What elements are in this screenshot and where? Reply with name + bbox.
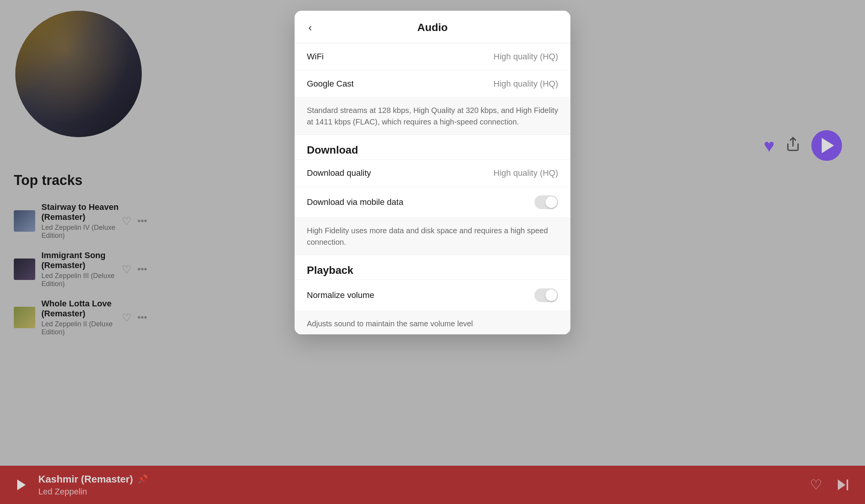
wifi-settings-row[interactable]: WiFi High quality (HQ) [295,43,570,70]
download-section-header: Download [295,135,570,160]
download-section-title: Download [307,144,358,156]
download-description: High Fidelity uses more data and disk sp… [295,218,570,255]
download-mobile-row: Download via mobile data [295,187,570,218]
modal-body: WiFi High quality (HQ) Google Cast High … [295,43,570,334]
wifi-label: WiFi [307,52,324,62]
normalize-volume-row: Normalize volume [295,280,570,311]
modal-back-button[interactable]: ‹ [307,20,313,35]
normalize-description: Adjusts sound to maintain the same volum… [295,311,570,334]
download-quality-value: High quality (HQ) [493,168,558,178]
wifi-value: High quality (HQ) [493,52,558,62]
audio-settings-modal: ‹ Audio WiFi High quality (HQ) Google Ca… [295,11,570,334]
google-cast-label: Google Cast [307,79,354,89]
streaming-description: Standard streams at 128 kbps, High Quali… [295,98,570,135]
download-quality-label: Download quality [307,168,371,178]
download-mobile-toggle[interactable] [534,195,558,209]
normalize-label: Normalize volume [307,290,374,300]
download-mobile-label: Download via mobile data [307,197,403,207]
playback-section-title: Playback [307,264,353,276]
modal-title: Audio [417,21,447,34]
google-cast-value: High quality (HQ) [493,79,558,89]
playback-section-header: Playback [295,255,570,280]
modal-overlay: ‹ Audio WiFi High quality (HQ) Google Ca… [0,0,865,504]
download-quality-row[interactable]: Download quality High quality (HQ) [295,160,570,187]
modal-header: ‹ Audio [295,11,570,43]
google-cast-settings-row[interactable]: Google Cast High quality (HQ) [295,70,570,98]
normalize-toggle[interactable] [534,288,558,302]
